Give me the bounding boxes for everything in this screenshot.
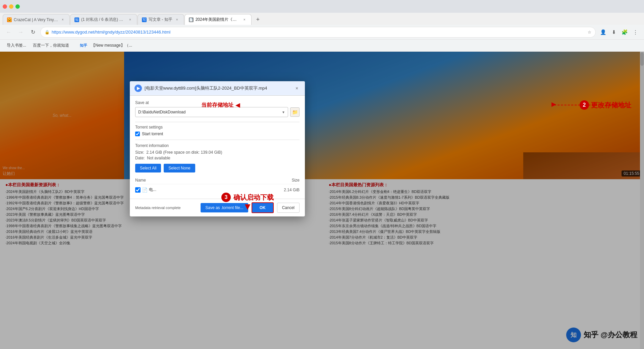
dialog-titlebar: ▶ [电影天堂www.dytt89.com]头脑特工队2-2024_BD中英双字… <box>130 81 305 96</box>
toolbar-actions: 👤 ⬇ 🧩 ⋮ <box>598 28 640 37</box>
file-list-header-size: Size <box>273 178 300 183</box>
annotation-3-label: 确认启动下载 <box>233 193 274 202</box>
tab-1-favicon: 🐱 <box>7 17 12 22</box>
tab-1[interactable]: 🐱 CrazeCat | A Very Tiny BitTo... × <box>3 14 70 25</box>
tab-3-close[interactable]: × <box>174 17 180 22</box>
size-value: 2.14 GiB (Free space on disk: 139.04 GiB… <box>146 150 222 155</box>
dialog-overlay <box>0 52 644 349</box>
select-buttons-row: Select All Select None <box>135 164 300 172</box>
annotation-3: 3 确认启动下载 ▼ <box>221 193 274 211</box>
current-addr-arrow: ◀ <box>235 101 240 109</box>
title-bar <box>0 0 644 13</box>
arrow-2: ◀ <box>551 101 556 109</box>
bookmark-import[interactable]: 导入书签... <box>4 41 29 50</box>
tab-3-label: 写文章 - 知乎 <box>149 17 172 22</box>
dialog-footer: Metadata retrieval complete Save as .tor… <box>130 199 305 216</box>
profile-icon[interactable]: 👤 <box>598 28 608 37</box>
dialog-title-text: [电影天堂www.dytt89.com]头脑特工队2-2024_BD中英双字.m… <box>145 85 291 91</box>
tab-4-favicon: 📄 <box>189 17 194 22</box>
size-label: Size: <box>135 150 144 155</box>
page-content: So, what... 让她们 We show the... 00:50:36 … <box>0 52 644 349</box>
footer-status: Metadata retrieval complete <box>135 206 197 210</box>
extensions-icon[interactable]: 🧩 <box>620 28 629 37</box>
lock-icon: 🔒 <box>45 30 50 35</box>
file-checkbox-1[interactable] <box>135 187 141 193</box>
date-row: Date: Not available <box>135 156 300 160</box>
file-size-1: 2.14 GiB <box>273 188 300 192</box>
folder-browse-button[interactable]: 📁 <box>290 107 300 117</box>
tab-1-close[interactable]: × <box>60 17 65 22</box>
back-button[interactable]: ← <box>4 28 13 37</box>
file-name-1: 电... <box>149 187 273 193</box>
start-torrent-label: Start torrent <box>142 132 163 136</box>
torrent-info-title: Torrent information <box>135 143 300 148</box>
tab-2-favicon: 知 <box>74 17 79 22</box>
address-text: https://www.dygod.net/html/gndy/dyzz/202… <box>52 30 586 35</box>
dashed-line-2 <box>554 105 621 105</box>
star-icon[interactable]: ☆ <box>588 30 591 35</box>
tab-4-label: 2024年美国剧情片《头脑特工队2》 <box>196 17 240 22</box>
dialog-title-icon: ▶ <box>135 85 142 92</box>
annotation-3-circle: 3 <box>221 193 231 202</box>
start-torrent-row: Start torrent <box>135 132 300 136</box>
address-bar[interactable]: 🔒 https://www.dygod.net/html/gndy/dyzz/2… <box>40 27 596 38</box>
file-list-header: Name Size <box>135 177 300 184</box>
annotation-3-arrow: ▼ <box>221 202 274 211</box>
file-list: Name Size 📄 电... 2.14 GiB <box>135 177 300 194</box>
toolbar: ← → ↻ 🔒 https://www.dygod.net/html/gndy/… <box>0 25 644 40</box>
bookmark-zhihu[interactable] <box>73 44 78 47</box>
path-select-dropdown-icon: ▼ <box>282 110 285 114</box>
tab-4-close[interactable]: × <box>242 17 247 22</box>
size-row: Size: 2.14 GiB (Free space on disk: 139.… <box>135 150 300 155</box>
torrent-info-section: Torrent information Size: 2.14 GiB (Free… <box>135 140 300 160</box>
select-all-button[interactable]: Select All <box>135 164 161 172</box>
tab-1-label: CrazeCat | A Very Tiny BitTo... <box>14 17 58 22</box>
torrent-settings-label: Torrent settings <box>135 125 300 130</box>
file-list-row-1: 📄 电... 2.14 GiB <box>135 186 300 194</box>
bookmark-zhihu-label[interactable]: 知乎 <box>80 43 87 48</box>
download-icon[interactable]: ⬇ <box>609 28 619 37</box>
forward-button[interactable]: → <box>16 28 25 37</box>
start-torrent-checkbox[interactable] <box>135 132 140 136</box>
bookmark-newmsg[interactable]: 【New message】（... <box>89 41 135 50</box>
menu-icon[interactable]: ⋮ <box>631 28 640 37</box>
date-label: Date: <box>135 156 145 160</box>
tab-2-close[interactable]: × <box>127 17 133 22</box>
dialog-body: Save at D:\BaiduNetDiskDownload ▼ 📁 Torr… <box>130 96 305 199</box>
reload-button[interactable]: ↻ <box>28 28 38 37</box>
tab-2[interactable]: 知 (1 封私信 / 6 条消息) 首页 - 知... × <box>70 14 137 25</box>
annotation-current-addr: 当前存储地址 ◀ <box>201 101 240 109</box>
date-value: Not available <box>147 156 170 160</box>
tab-bar: 🐱 CrazeCat | A Very Tiny BitTo... × 知 (1… <box>0 13 644 25</box>
webpage-background: So, what... 让她们 We show the... 00:50:36 … <box>0 52 644 349</box>
file-list-header-name: Name <box>135 178 273 183</box>
dialog-close-button[interactable]: × <box>293 85 300 92</box>
tab-3[interactable]: 写 写文章 - 知乎 × <box>138 14 184 25</box>
current-addr-label: 当前存储地址 <box>201 102 233 109</box>
torrent-settings-section: Torrent settings Start torrent <box>135 122 300 136</box>
new-tab-button[interactable]: + <box>253 15 263 24</box>
save-path-text: D:\BaiduNetDiskDownload <box>138 110 185 114</box>
bookmarks-bar: 导入书签... 百度一下，你就知道 知乎 【New message】（... <box>0 40 644 52</box>
bookmark-baidu[interactable]: 百度一下，你就知道 <box>30 41 72 50</box>
tab-3-favicon: 写 <box>142 17 147 22</box>
file-type-icon: 📄 <box>142 187 148 193</box>
tab-2-label: (1 封私信 / 6 条消息) 首页 - 知... <box>81 17 125 22</box>
cancel-button[interactable]: Cancel <box>277 203 300 213</box>
tab-4[interactable]: 📄 2024年美国剧情片《头脑特工队2》 × <box>184 14 252 25</box>
select-none-button[interactable]: Select None <box>164 164 195 172</box>
